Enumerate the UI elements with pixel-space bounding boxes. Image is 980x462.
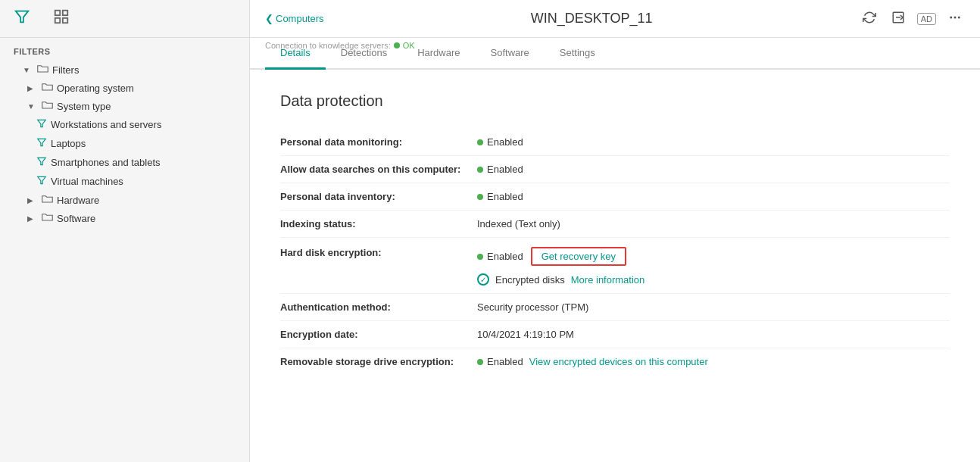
value-text: Security processor (TPM) [477, 301, 588, 313]
svg-rect-2 [63, 11, 67, 15]
status-dot [477, 359, 483, 365]
value-text: Enabled [487, 164, 523, 175]
get-recovery-key-button[interactable]: Get recovery key [531, 247, 626, 266]
sidebar-item-virtual-machines-label: Virtual machines [51, 176, 123, 187]
conn-status-label: OK [403, 41, 415, 50]
svg-point-11 [954, 16, 957, 18]
row-value: Enabled [477, 162, 950, 175]
svg-rect-4 [63, 18, 67, 23]
svg-marker-5 [38, 120, 46, 126]
folder-icon [42, 194, 53, 206]
row-value: Indexed (Text only) [477, 217, 950, 229]
row-value: Enabled [477, 189, 950, 202]
row-value: Enabled [477, 135, 950, 148]
svg-marker-0 [16, 11, 29, 23]
row-label: Hard disk encryption: [280, 245, 477, 258]
sidebar-item-smartphones-label: Smartphones and tablets [51, 157, 161, 168]
encrypted-disks-label: Encrypted disks [495, 274, 565, 286]
value-text: Enabled [487, 191, 523, 202]
table-row: Personal data monitoring: Enabled [280, 129, 950, 156]
value-text: Enabled [487, 251, 523, 262]
filter-icon [36, 137, 47, 150]
folder-icon [37, 64, 48, 76]
value-text: Enabled [487, 356, 523, 367]
tab-software[interactable]: Software [476, 38, 545, 70]
svg-point-12 [958, 16, 960, 18]
filter-icon [36, 118, 47, 131]
table-row: Encryption date: 10/4/2021 4:19:10 PM [280, 321, 950, 348]
filter-icon [36, 156, 47, 169]
sidebar-item-operating-system[interactable]: ▶ Operating system [0, 79, 249, 97]
filter-icon[interactable] [14, 8, 30, 29]
sidebar-item-virtual-machines[interactable]: Virtual machines [0, 172, 249, 191]
export-button[interactable] [888, 8, 908, 30]
svg-marker-6 [38, 139, 46, 145]
folder-icon [42, 212, 53, 224]
row-label: Authentication method: [280, 300, 477, 313]
table-row: Personal data inventory: Enabled [280, 183, 950, 211]
data-protection-table: Personal data monitoring: Enabled Allow … [280, 129, 950, 376]
row-label: Indexing status: [280, 217, 477, 229]
table-row: Removable storage drive encryption: Enab… [280, 348, 950, 376]
status-dot [477, 167, 483, 173]
row-label: Personal data monitoring: [280, 135, 477, 148]
page-title: WIN_DESKTOP_11 [332, 11, 852, 27]
sidebar-item-workstations-label: Workstations and servers [51, 119, 161, 130]
folder-icon [42, 100, 53, 112]
sidebar: FILTERS ▼ Filters ▶ Operating system ▼ S… [0, 0, 250, 462]
check-circle-icon: ✓ [477, 273, 489, 286]
value-text: Enabled [487, 136, 523, 148]
sidebar-item-software[interactable]: ▶ Software [0, 209, 249, 227]
grid-icon[interactable] [53, 8, 70, 29]
back-button[interactable]: ❮ Computers [265, 13, 324, 24]
svg-marker-7 [38, 158, 46, 164]
sidebar-item-filters[interactable]: ▼ Filters [0, 61, 249, 79]
arrow-down-icon: ▼ [23, 66, 32, 74]
status-dot [394, 42, 400, 48]
value-text: 10/4/2021 4:19:10 PM [477, 329, 574, 340]
arrow-down-icon: ▼ [27, 102, 36, 111]
enabled-value: Enabled [477, 164, 523, 175]
svg-marker-8 [38, 176, 46, 183]
tabs-bar: Connection to knowledge servers: OK Deta… [250, 38, 980, 70]
arrow-right-icon: ▶ [27, 84, 36, 92]
sidebar-item-hardware[interactable]: ▶ Hardware [0, 191, 249, 209]
sidebar-item-system-type-label: System type [57, 101, 111, 112]
row-value: 10/4/2021 4:19:10 PM [477, 327, 950, 340]
header: ❮ Computers WIN_DESKTOP_11 AD [250, 0, 980, 38]
status-dot [477, 194, 483, 200]
section-title: Data protection [280, 92, 950, 110]
refresh-button[interactable] [860, 8, 879, 30]
view-encrypted-devices-link[interactable]: View encrypted devices on this computer [529, 356, 708, 367]
content-area: Data protection Personal data monitoring… [250, 70, 980, 462]
row-label: Encryption date: [280, 327, 477, 340]
row-value: Enabled View encrypted devices on this c… [477, 354, 950, 367]
more-information-link[interactable]: More information [571, 274, 645, 286]
ad-badge: AD [917, 13, 936, 25]
arrow-right-icon: ▶ [27, 196, 36, 204]
tab-settings[interactable]: Settings [545, 38, 610, 70]
sidebar-item-filters-label: Filters [52, 64, 79, 76]
sidebar-item-system-type[interactable]: ▼ System type [0, 97, 249, 115]
more-options-button[interactable] [945, 8, 965, 30]
folder-icon [42, 82, 53, 94]
sidebar-item-hardware-label: Hardware [57, 195, 99, 206]
enabled-value: Enabled [477, 136, 523, 148]
table-row: Authentication method: Security processo… [280, 294, 950, 321]
header-actions: AD [860, 8, 965, 30]
sidebar-item-laptops[interactable]: Laptops [0, 134, 249, 153]
encrypted-disks-row: ✓ Encrypted disks More information [477, 273, 950, 286]
sidebar-item-smartphones[interactable]: Smartphones and tablets [0, 153, 249, 172]
back-label: Computers [276, 13, 324, 24]
enabled-value: Enabled [477, 251, 523, 262]
row-label: Removable storage drive encryption: [280, 354, 477, 367]
back-arrow-icon: ❮ [265, 13, 273, 24]
main-panel: ❮ Computers WIN_DESKTOP_11 AD [250, 0, 980, 462]
table-row: Hard disk encryption: Enabled Get recove… [280, 238, 950, 294]
sidebar-item-workstations[interactable]: Workstations and servers [0, 115, 249, 134]
row-label: Allow data searches on this computer: [280, 162, 477, 175]
filters-label: FILTERS [0, 38, 249, 61]
conn-info-label: Connection to knowledge servers: [265, 41, 391, 50]
sidebar-item-software-label: Software [57, 213, 95, 224]
enabled-value: Enabled [477, 191, 523, 202]
